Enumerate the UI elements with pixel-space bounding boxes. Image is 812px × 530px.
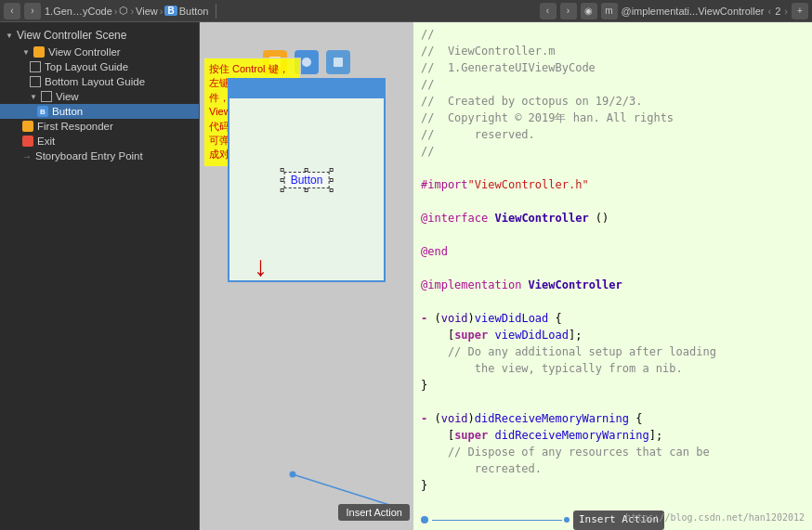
nav-forward[interactable]: › [560,3,577,19]
sidebar-item-button[interactable]: B Button [0,104,199,119]
insert-line [432,520,562,521]
code-line-6: // Copyright © 2019年 han. All rights [421,110,805,126]
handle-br [329,188,333,192]
breadcrumb-file[interactable]: 1.Gen…yCode [45,6,112,17]
code-line-close1: } [421,377,805,394]
code-line-blank6 [421,394,805,410]
exit-scene-icon [326,50,350,74]
right-breadcrumb[interactable]: @implementati...ViewController [622,6,765,17]
vc-icon [33,46,45,58]
code-line-blank3 [421,226,805,243]
back-button[interactable]: ‹ [4,3,20,19]
code-line-blank2 [421,193,805,210]
code-line-interface: @interface ViewController () [421,210,805,226]
code-line-7: // [421,143,805,160]
forward-button[interactable]: › [24,3,41,19]
storyboard-label: Storyboard Entry Point [35,150,143,162]
related-files[interactable]: ◉ [581,3,597,19]
handle-tm [305,168,308,172]
bottomlayout-label: Bottom Layout Guide [45,76,145,87]
code-line-import: #import "ViewController.h" [421,176,805,193]
search-icon[interactable]: m [601,3,618,19]
sidebar: ▼ View Controller Scene ▼ View Controlle… [0,22,200,530]
sidebar-item-view[interactable]: ▼ View [0,89,199,104]
sidebar-item-bottomlayout[interactable]: Bottom Layout Guide [0,74,199,89]
firstresponder-icon [22,121,33,132]
code-line-memory: - ( void ) didReceiveMemoryWarning { [421,410,805,427]
toplayout-icon [30,61,41,72]
code-line-blank7 [421,494,805,511]
code-line-5: // Created by octopus on 19/2/3. [421,93,805,110]
code-line-super-vdl: [ super viewDidLoad ]; [421,327,805,343]
vc-expand-icon: ▼ [22,48,30,57]
code-editor[interactable]: // // ViewController.m // 1.GenerateUIVi… [413,22,812,530]
breadcrumb-sep-icon: ⬡ [119,5,128,17]
insert-dot-icon [421,516,428,524]
code-line-comment-memory: // Dispose of any resources that can be [421,444,805,460]
toolbar-right: ‹ › ◉ m @implementati...ViewController ‹… [540,3,809,19]
vc-label: View Controller [48,46,121,58]
insert-action-tooltip: Insert Action [338,504,410,521]
storyboard-area: 按住 Control 键，左键点击 Button 控件，然后拖到 ViewCon… [200,22,413,530]
breadcrumb-b-icon: B [164,6,177,16]
code-line-vdl: - ( void ) viewDidLoad { [421,310,805,327]
code-line-1: // [421,26,805,43]
sidebar-item-viewcontroller[interactable]: ▼ View Controller [0,45,199,59]
storyboard-arrow-icon: → [22,151,32,162]
button-in-scene-wrapper: Button [284,172,330,188]
code-line-6b: // reserved. [421,126,805,143]
sidebar-item-toplayout[interactable]: Top Layout Guide [0,59,199,74]
code-line-close2: } [421,477,805,494]
right-nav-num: 2 [775,6,780,17]
bottomlayout-icon [30,76,41,87]
svg-point-4 [290,472,296,478]
red-arrow-icon: ↓ [254,252,268,280]
code-line-comment-vdl2: the view, typically from a nib. [421,360,805,377]
scene-frame: Button [228,78,386,282]
scene-button[interactable]: Button [284,172,330,188]
breadcrumb-button[interactable]: Button [179,6,209,17]
code-line-comment-memory2: recreated. [421,460,805,477]
handle-bl [281,188,284,192]
code-line-4: // [421,76,805,93]
svg-point-1 [302,58,311,67]
sidebar-title: View Controller Scene [17,29,127,42]
code-line-implementation: @implementation ViewController [421,277,805,293]
view-expand-icon: ▼ [30,93,37,101]
toplayout-label: Top Layout Guide [45,61,128,72]
code-line-3: // 1.GenerateUIViewByCode [421,59,805,76]
watermark: https://blog.csdn.net/han1202012 [625,511,805,524]
exit-icon [22,136,33,147]
handle-bm [305,188,308,192]
firstresponder-label: First Responder [37,121,113,132]
sidebar-item-storyboard[interactable]: → Storyboard Entry Point [0,149,199,163]
add-button[interactable]: + [792,3,808,19]
button-icon: B [37,106,48,117]
toolbar-divider [216,4,216,19]
handle-ml [281,178,284,182]
top-toolbar: ‹ › 1.Gen…yCode › ⬡ › View › B Button ‹ … [0,0,812,22]
nav-back[interactable]: ‹ [540,3,557,19]
exit-label: Exit [37,136,55,147]
view-label: View [56,91,79,102]
expand-icon[interactable]: ▼ [6,32,13,40]
sidebar-item-exit[interactable]: Exit [0,134,199,149]
code-line-2: // ViewController.m [421,43,805,59]
handle-tl [281,168,284,172]
svg-rect-2 [334,58,343,67]
code-line-comment-vdl: // Do any additional setup after loading [421,343,805,360]
breadcrumb-left: 1.Gen…yCode › ⬡ › View › B Button [45,5,208,17]
handle-mr [329,178,333,182]
insert-dot2-icon [564,517,570,523]
code-line-blank4 [421,260,805,277]
sidebar-item-firstresponder[interactable]: First Responder [0,119,199,134]
button-label: Button [52,106,83,117]
code-line-super-memory: [ super didReceiveMemoryWarning ]; [421,427,805,444]
code-line-blank5 [421,293,805,310]
main-layout: ▼ View Controller Scene ▼ View Controlle… [0,22,812,530]
code-line-blank1 [421,160,805,176]
breadcrumb-view[interactable]: View [136,6,158,17]
nav-bar [229,80,384,98]
view-icon [41,91,52,102]
code-line-end1: @end [421,243,805,260]
